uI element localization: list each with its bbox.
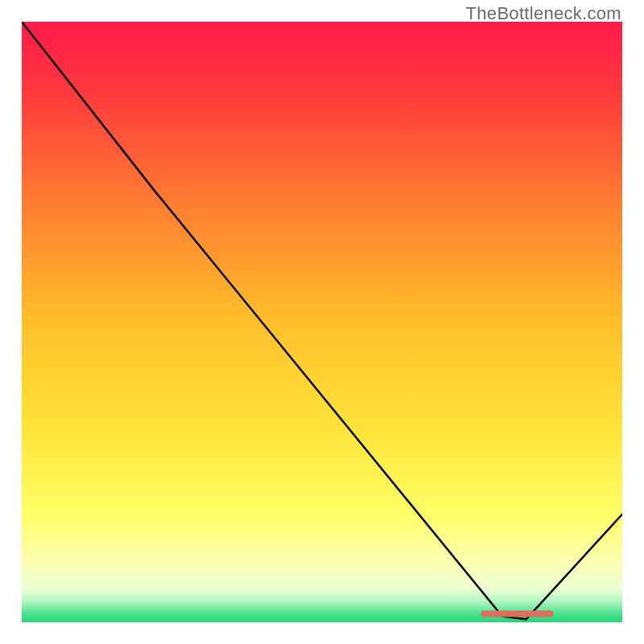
chart-stage: TheBottleneck.com: [0, 0, 644, 644]
chart-svg: [22, 22, 622, 622]
chart-background-gradient: [22, 22, 622, 622]
chart-plot-area: [22, 22, 622, 622]
